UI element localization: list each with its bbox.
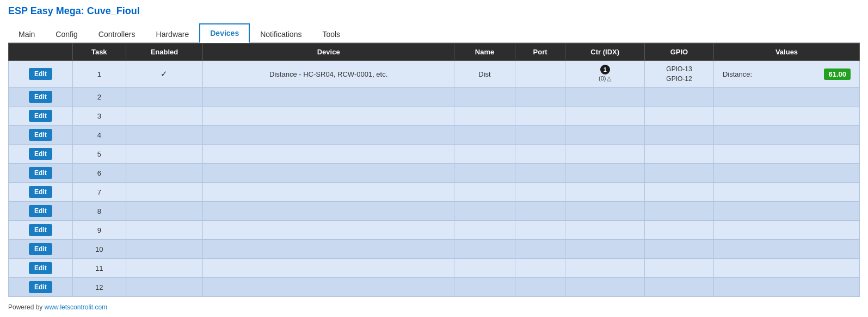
edit-button-row-3[interactable]: Edit [29, 110, 52, 122]
task-number: 3 [72, 107, 126, 126]
enabled-cell [126, 221, 202, 240]
footer-powered-by: Powered by [8, 303, 42, 311]
table-row: Edit12 [9, 278, 860, 297]
port-value [515, 202, 565, 221]
edit-button-row-6[interactable]: Edit [29, 167, 52, 179]
col-header-name: Name [454, 43, 515, 61]
port-value [515, 221, 565, 240]
values-cell [713, 145, 859, 164]
values-cell [713, 278, 859, 297]
edit-button-row-2[interactable]: Edit [29, 91, 52, 103]
ctr-idx-cell: 1(0) △ [570, 65, 640, 83]
enabled-cell [126, 183, 202, 202]
port-value [515, 183, 565, 202]
nav-item-devices[interactable]: Devices [199, 23, 250, 43]
table-row: Edit7 [9, 183, 860, 202]
nav-item-config[interactable]: Config [45, 25, 88, 43]
device-alias [454, 240, 515, 259]
device-name [203, 88, 454, 107]
ctr-idx [565, 145, 645, 164]
values-cell [713, 259, 859, 278]
edit-button-row-7[interactable]: Edit [29, 186, 52, 198]
enabled-cell [126, 145, 202, 164]
enabled-checkmark: ✓ [161, 69, 168, 78]
edit-button-row-10[interactable]: Edit [29, 243, 52, 255]
device-alias [454, 221, 515, 240]
enabled-cell [126, 88, 202, 107]
task-number: 1 [72, 61, 126, 88]
gpio-value [644, 183, 713, 202]
enabled-cell [126, 164, 202, 183]
col-header-ctr--idx-: Ctr (IDX) [565, 43, 645, 61]
edit-button-row-8[interactable]: Edit [29, 205, 52, 217]
enabled-cell [126, 259, 202, 278]
device-name [203, 126, 454, 145]
edit-button-row-12[interactable]: Edit [29, 281, 52, 293]
device-name [203, 164, 454, 183]
nav-item-notifications[interactable]: Notifications [250, 25, 312, 43]
task-number: 6 [72, 164, 126, 183]
device-alias [454, 145, 515, 164]
values-cell [713, 202, 859, 221]
enabled-cell [126, 278, 202, 297]
gpio-value [644, 145, 713, 164]
edit-button-row-4[interactable]: Edit [29, 129, 52, 141]
col-header-port: Port [515, 43, 565, 61]
main-nav: MainConfigControllersHardwareDevicesNoti… [8, 23, 860, 43]
value-label: Distance: [723, 70, 752, 78]
edit-button-row-9[interactable]: Edit [29, 224, 52, 236]
page-title: ESP Easy Mega: Cuve_Fioul [8, 5, 860, 17]
nav-item-hardware[interactable]: Hardware [146, 25, 200, 43]
values-cell: Distance:61.00 [713, 61, 859, 88]
edit-button-row-1[interactable]: Edit [29, 68, 52, 80]
gpio-value [644, 259, 713, 278]
ctr-idx [565, 221, 645, 240]
port-value [515, 107, 565, 126]
table-row: Edit2 [9, 88, 860, 107]
table-row: Edit11 [9, 259, 860, 278]
device-alias [454, 126, 515, 145]
ctr-idx [565, 107, 645, 126]
col-header-device: Device [203, 43, 454, 61]
footer: Powered by www.letscontrolit.com [8, 303, 860, 311]
enabled-cell [126, 126, 202, 145]
device-alias [454, 88, 515, 107]
device-name [203, 145, 454, 164]
gpio-value [644, 240, 713, 259]
values-cell [713, 221, 859, 240]
device-alias: Dist [454, 61, 515, 88]
ctr-idx [565, 278, 645, 297]
port-value [515, 88, 565, 107]
table-row: Edit9 [9, 221, 860, 240]
footer-link[interactable]: www.letscontrolit.com [45, 303, 107, 311]
port-value [515, 164, 565, 183]
task-number: 4 [72, 126, 126, 145]
enabled-cell: ✓ [126, 61, 202, 88]
port-value [515, 61, 565, 88]
nav-item-main[interactable]: Main [8, 25, 45, 43]
col-header-enabled: Enabled [126, 43, 202, 61]
device-name: Distance - HC-SR04, RCW-0001, etc. [203, 61, 454, 88]
table-row: Edit6 [9, 164, 860, 183]
task-number: 8 [72, 202, 126, 221]
ctr-idx [565, 126, 645, 145]
enabled-cell [126, 202, 202, 221]
edit-button-row-11[interactable]: Edit [29, 262, 52, 274]
col-header-edit [9, 43, 73, 61]
nav-item-tools[interactable]: Tools [312, 25, 350, 43]
ctr-circle: 1 [600, 65, 610, 74]
task-number: 2 [72, 88, 126, 107]
gpio-value [644, 164, 713, 183]
value-badge: 61.00 [824, 69, 851, 80]
gpio-value [644, 126, 713, 145]
col-header-task: Task [72, 43, 126, 61]
task-number: 11 [72, 259, 126, 278]
edit-button-row-5[interactable]: Edit [29, 148, 52, 160]
port-value [515, 126, 565, 145]
task-number: 7 [72, 183, 126, 202]
device-alias [454, 202, 515, 221]
device-alias [454, 164, 515, 183]
nav-item-controllers[interactable]: Controllers [88, 25, 146, 43]
device-alias [454, 107, 515, 126]
table-row: Edit5 [9, 145, 860, 164]
